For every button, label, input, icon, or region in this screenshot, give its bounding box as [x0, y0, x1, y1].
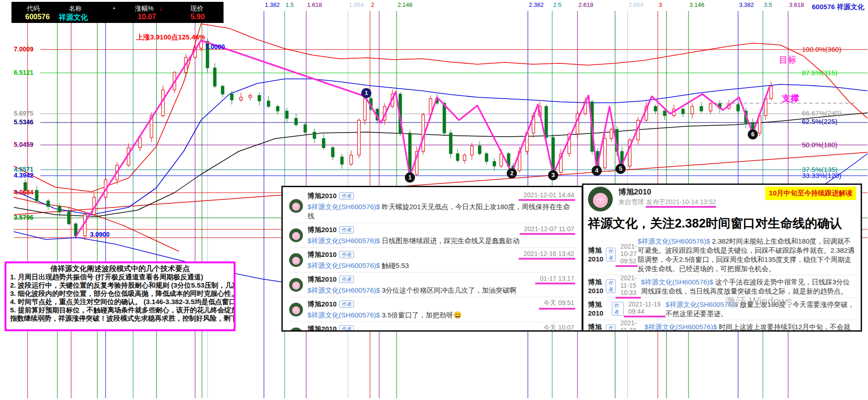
- avatar[interactable]: ❀: [289, 253, 303, 267]
- price-axis-tick: 5.0459: [14, 141, 34, 148]
- post-author[interactable]: 博旭2010: [308, 226, 336, 234]
- post-author[interactable]: 博旭2010: [588, 323, 603, 332]
- time-axis-tick: 3.146: [689, 1, 705, 8]
- wave-marker-1: 1: [405, 172, 415, 183]
- time-axis-tick: 2.146: [398, 1, 413, 8]
- stock-link[interactable]: $祥源文化(SH600576)$: [308, 237, 382, 244]
- avatar[interactable]: ❀: [289, 303, 303, 317]
- time-axis-tick: 3.5: [764, 1, 772, 8]
- post-author[interactable]: 博旭2010: [588, 300, 609, 317]
- post-item[interactable]: ❀博旭2010作者今天 10:07$祥源文化(SH600576)$ 涨停 3.5…: [289, 322, 575, 332]
- post-author[interactable]: 博旭2010: [308, 275, 336, 284]
- note-line: 1. 月周日出现趋势共振信号 (打开极反通道查看各周期极反通道): [10, 273, 230, 281]
- stock-change: 10.07: [138, 13, 156, 21]
- wave-marker-2: 2: [507, 168, 517, 178]
- avatar[interactable]: ❀: [588, 187, 613, 211]
- author-badge: 作者: [606, 248, 616, 261]
- article-title[interactable]: 祥源文化，关注2.382时间窗口对生命线的确认: [588, 215, 856, 232]
- stock-link[interactable]: $祥源文化(SH600576)$: [308, 311, 382, 319]
- post-item[interactable]: ❀博旭2010作者2021-12-01 14:44$祥源文化(SH600576)…: [289, 189, 575, 222]
- post-date: 今天 09:51: [539, 299, 575, 310]
- time-axis-tick: 2.382: [529, 1, 544, 8]
- fib-retracement-label: 33.33%(120): [802, 172, 841, 179]
- price-axis-tick: 4.3942: [14, 172, 34, 179]
- price-axis-tick: 3.5796: [14, 214, 34, 221]
- wave-marker-5: 5: [616, 164, 626, 174]
- post-author[interactable]: 博旭2010: [308, 192, 336, 200]
- stock-name[interactable]: 祥源文化: [59, 13, 88, 22]
- time-axis-tick: 3: [659, 1, 662, 8]
- post-date: 2021-12-01 14:44: [519, 191, 575, 201]
- author-badge: 作者: [612, 302, 624, 316]
- author-name[interactable]: 博旭2010: [618, 187, 716, 198]
- time-axis-tick: 1.618: [307, 1, 322, 8]
- avatar[interactable]: ❀: [289, 278, 303, 292]
- note-line: 3. 细化波段内的时空位置，部分仓位低吸高抛，降低成本的同时克服心性。 (每一个…: [10, 289, 230, 298]
- price-axis-tick: 7.0009: [14, 45, 34, 53]
- avatar[interactable]: ❀: [289, 199, 303, 213]
- article-panel: ❀ 博旭2010 来自雪球 发布于2021-10-14 13:52 10月中旬至…: [582, 183, 862, 332]
- windows-activation-watermark: 激活 Windows: [725, 294, 792, 309]
- post-author[interactable]: 博旭2010: [308, 325, 336, 332]
- note-line: 指数继续弱势，祥源涨停突破！波段模式先求稳再求胜，控制好风险，剩下的即是利润。对…: [10, 314, 230, 322]
- author-badge: 作者: [606, 279, 616, 293]
- post-date: 2021-11-19 09:44: [624, 300, 666, 317]
- stock-link[interactable]: $祥源文化(SH600576)$: [641, 278, 715, 286]
- article-posts: 博旭2010作者2021-10-27 09:52$祥源文化(SH600576)$…: [588, 234, 856, 332]
- time-axis-tick: 2.854: [628, 1, 644, 8]
- post-author[interactable]: 博旭2010: [308, 250, 336, 259]
- post-author[interactable]: 博旭2010: [308, 300, 336, 309]
- price-axis-tick: 5.5346: [14, 118, 34, 126]
- author-badge: 作者: [339, 251, 354, 258]
- stock-link[interactable]: $祥源文化(SH600576)$: [308, 261, 382, 269]
- fib-retracement-label: 62.5%(225): [802, 117, 838, 125]
- comments-panel: ❀博旭2010作者2021-12-01 14:44$祥源文化(SH600576)…: [281, 186, 583, 332]
- quote-bar: 代码 名称 • 涨幅% ↓ 现价 600576 祥源文化 10.07 5.90: [11, 2, 224, 23]
- stock-link[interactable]: $祥源文化(SH600576)$: [644, 323, 719, 331]
- post-item[interactable]: ❀博旭2010作者01-17 13:17$祥源文化(SH600576)$ 3分位…: [289, 272, 575, 297]
- price-axis-tick: 4.0684: [14, 189, 34, 196]
- stock-link[interactable]: $祥源文化(SH600576)$: [308, 203, 382, 211]
- post-item[interactable]: ❀博旭2010作者2021-12-07 11:07$祥源文化(SH600576)…: [289, 222, 575, 247]
- time-axis-tick: 2.618: [578, 1, 594, 8]
- time-axis-tick: 3.618: [789, 1, 804, 8]
- time-axis-tick: 1.5: [286, 1, 294, 8]
- stock-link[interactable]: $祥源文化(SH600576)$: [638, 237, 712, 245]
- publish-date: 发布于2021-10-14 13:52: [646, 198, 716, 208]
- stock-code[interactable]: 600576: [25, 13, 50, 21]
- rise-annotation: 上涨3.9100点125.46%: [136, 33, 205, 42]
- avatar[interactable]: ❀: [289, 328, 303, 332]
- post-item[interactable]: 博旭2010作者2021-11-19 09:44$祥源文化(SH600576)$…: [588, 297, 856, 320]
- post-item[interactable]: ❀博旭2010作者今天 09:51$祥源文化(SH600576)$ 3.5倍窗口…: [289, 297, 575, 322]
- author-badge: 作者: [339, 226, 354, 233]
- post-content: $祥源文化(SH600576)$ 日线图形继续跟进，踩完生命线又是蠢蠢欲动: [308, 236, 575, 245]
- author-badge: 作者: [339, 325, 354, 332]
- time-axis-tick: 2: [371, 1, 374, 8]
- note-line: 5. 提前算好预期目标位，不触碰离场条件就多些耐心，该开的花儿终会绽放。: [10, 306, 230, 314]
- post-author[interactable]: 博旭2010: [588, 278, 603, 294]
- source-label: 来自雪球: [618, 198, 644, 206]
- quote-col-name: 名称: [69, 5, 82, 13]
- stock-price: 5.90: [190, 13, 205, 21]
- post-date: 01-17 13:17: [535, 275, 575, 284]
- quote-col-price[interactable]: 现价: [190, 5, 203, 13]
- post-item[interactable]: 博旭2010作者2021-10-27 09:52$祥源文化(SH600576)$…: [588, 234, 856, 275]
- time-axis-tick: 2.5: [553, 1, 561, 8]
- avatar[interactable]: ❀: [289, 228, 303, 242]
- post-item[interactable]: 博旭2010作者2021-11-15 10:33$祥源文化(SH600576)$…: [588, 275, 856, 297]
- post-content: $祥源文化(SH600576)$ 触碰5.53: [308, 261, 575, 270]
- quote-col-code: 代码: [27, 5, 39, 13]
- post-date: 今天 10:07: [539, 324, 575, 332]
- author-badge: 作者: [339, 276, 354, 283]
- stock-link[interactable]: $祥源文化(SH600576)$: [308, 286, 382, 294]
- post-item[interactable]: 博旭2010作者2021-11-23 14:41$祥源文化(SH600576)$…: [588, 320, 856, 332]
- price-axis-tick: 6.5121: [14, 69, 34, 76]
- quote-col-change[interactable]: 涨幅%: [135, 5, 153, 13]
- post-author[interactable]: 博旭2010: [588, 246, 603, 263]
- post-date: 2021-11-15 10:33: [616, 274, 641, 299]
- post-item[interactable]: ❀博旭2010作者2021-12-16 13:42$祥源文化(SH600576)…: [289, 247, 575, 272]
- target-label: 目标: [779, 54, 796, 66]
- post-date: 2021-11-23 14:41: [616, 319, 644, 332]
- time-axis-tick: 1.382: [265, 1, 280, 8]
- notes-lines: 1. 月周日出现趋势共振信号 (打开极反通道查看各周期极反通道)2. 波段运行中…: [10, 273, 230, 322]
